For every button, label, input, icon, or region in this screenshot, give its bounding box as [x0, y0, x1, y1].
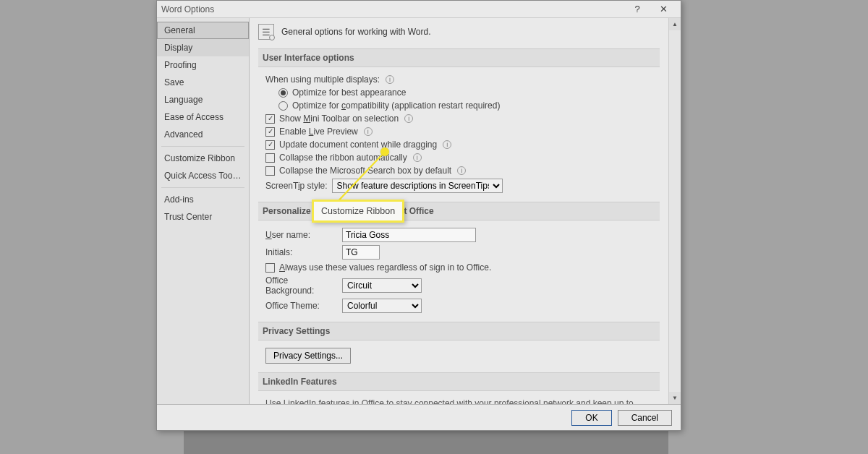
sidebar-item-display[interactable]: Display [157, 39, 249, 56]
callout-box: Customize Ribbon [312, 200, 404, 223]
check-collapse-ribbon[interactable] [265, 153, 275, 163]
info-icon[interactable]: i [443, 140, 451, 149]
radio-optimize-best[interactable] [278, 88, 288, 98]
sidebar-item-ease-of-access[interactable]: Ease of Access [157, 108, 249, 126]
info-icon[interactable]: i [457, 166, 466, 175]
sidebar-item-general[interactable]: General [157, 22, 249, 39]
word-options-dialog: Word Options ? ✕ General Display Proofin… [156, 0, 681, 431]
check-update-drag[interactable] [265, 140, 275, 150]
callout-text: Customize Ribbon [321, 206, 395, 216]
office-background-select[interactable]: Circuit [342, 278, 422, 293]
initials-label: Initials: [265, 247, 338, 257]
username-label: User name: [265, 230, 338, 240]
check-always-values-label: Always use these values regardless of si… [279, 262, 491, 273]
sidebar-item-advanced[interactable]: Advanced [157, 126, 249, 143]
multidisplay-label: When using multiple displays: [265, 74, 380, 85]
info-icon[interactable]: i [413, 153, 422, 162]
check-update-drag-label: Update document content while dragging [279, 140, 437, 150]
sidebar-item-trust-center[interactable]: Trust Center [157, 208, 249, 226]
sidebar-item-proofing[interactable]: Proofing [157, 56, 249, 74]
check-live-preview-label: Enable Live Preview [279, 127, 358, 137]
radio-optimize-compat[interactable] [278, 101, 288, 111]
scroll-down-arrow[interactable]: ▼ [669, 392, 681, 404]
sidebar-item-add-ins[interactable]: Add-ins [157, 191, 249, 208]
privacy-settings-button[interactable]: Privacy Settings... [265, 348, 351, 364]
ok-button[interactable]: OK [571, 410, 611, 426]
check-collapse-search-label: Collapse the Microsoft Search box by def… [279, 166, 451, 176]
radio-optimize-compat-label: Optimize for compatibility (application … [292, 100, 500, 111]
sidebar-item-customize-ribbon[interactable]: Customize Ribbon [157, 150, 249, 167]
screentip-label: ScreenTip style: [265, 181, 328, 191]
info-icon[interactable]: i [364, 127, 373, 136]
sidebar-separator [161, 187, 244, 188]
sidebar-separator [161, 146, 244, 147]
screentip-select[interactable]: Show feature descriptions in ScreenTips [332, 179, 503, 193]
check-live-preview[interactable] [265, 127, 275, 137]
highlight-marker [380, 147, 389, 156]
check-collapse-search[interactable] [265, 166, 275, 176]
scrollbar[interactable]: ▲ ▼ [668, 18, 681, 404]
info-icon[interactable]: i [404, 114, 413, 123]
dialog-footer: OK Cancel [157, 404, 681, 430]
section-linkedin: LinkedIn Features [258, 372, 660, 391]
initials-field[interactable] [342, 245, 380, 260]
scroll-up-arrow[interactable]: ▲ [669, 18, 681, 30]
office-theme-label: Office Theme: [265, 301, 338, 311]
linkedin-description: Use LinkedIn features in Office to stay … [265, 397, 652, 404]
sidebar-item-save[interactable]: Save [157, 74, 249, 91]
username-field[interactable] [342, 228, 476, 242]
section-privacy: Privacy Settings [258, 322, 660, 340]
cancel-button[interactable]: Cancel [618, 410, 672, 426]
page-title: General options for working with Word. [281, 27, 431, 37]
close-button[interactable]: ✕ [650, 1, 676, 17]
sidebar-item-language[interactable]: Language [157, 91, 249, 108]
titlebar: Word Options ? ✕ [157, 1, 681, 18]
sidebar: General Display Proofing Save Language E… [157, 18, 250, 404]
check-always-values[interactable] [265, 263, 275, 273]
check-mini-toolbar[interactable] [265, 114, 275, 124]
radio-optimize-best-label: Optimize for best appearance [292, 87, 406, 98]
backdrop-shadow [184, 431, 668, 454]
check-mini-toolbar-label: Show Mini Toolbar on selection [279, 113, 399, 124]
sidebar-item-quick-access[interactable]: Quick Access Toolbar [157, 167, 249, 184]
info-icon[interactable]: i [386, 75, 394, 84]
scroll-track[interactable] [669, 30, 681, 392]
general-options-icon: ☰ [258, 24, 274, 40]
office-background-label: Office Background: [265, 275, 338, 296]
window-title: Word Options [161, 4, 624, 14]
office-theme-select[interactable]: Colorful [342, 299, 422, 313]
section-ui-options: User Interface options [258, 48, 660, 67]
help-button[interactable]: ? [624, 1, 650, 17]
